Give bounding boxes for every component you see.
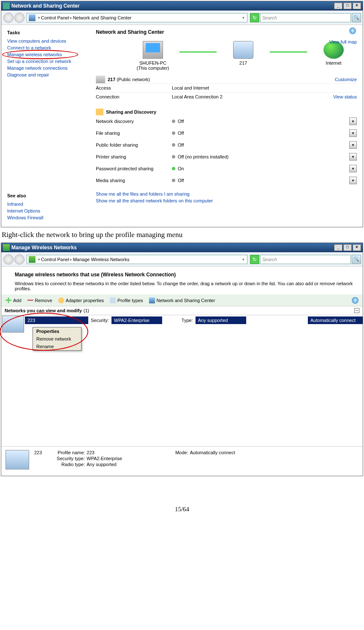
search-button[interactable]: 🔍	[352, 13, 361, 22]
see-also-infrared[interactable]: Infrared	[7, 202, 88, 207]
access-label: Access	[96, 85, 172, 90]
remove-button[interactable]: Remove	[27, 297, 52, 303]
task-manage-wireless[interactable]: Manage wireless networks	[7, 52, 88, 57]
collapse-button[interactable]: −	[354, 308, 359, 313]
detail-name: 223	[34, 450, 42, 455]
breadcrumb-leaf[interactable]: Network and Sharing Center	[73, 15, 132, 20]
task-setup-connection[interactable]: Set up a connection or network	[7, 59, 88, 64]
titlebar[interactable]: Network and Sharing Center _ □ ×	[1, 1, 363, 11]
see-also-internet-options[interactable]: Internet Options	[7, 208, 88, 213]
add-button[interactable]: Add	[5, 297, 22, 303]
network-row[interactable]: 223 Security: WPA2-Enterprise Type: Any …	[1, 315, 363, 325]
titlebar[interactable]: Manage Wireless Networks _ □ ×	[1, 243, 363, 252]
computer-icon	[143, 41, 163, 59]
see-also-header: See also	[7, 193, 88, 198]
breadcrumb-root[interactable]: Control Panel	[41, 257, 69, 262]
expand-button[interactable]: ▼	[349, 165, 357, 172]
view-full-map-link[interactable]: View full map	[329, 39, 357, 44]
window-title: Manage Wireless Networks	[11, 245, 77, 251]
refresh-button[interactable]: ↻	[250, 13, 259, 22]
expand-button[interactable]: ▼	[349, 117, 357, 125]
breadcrumb-leaf[interactable]: Manage Wireless Networks	[73, 257, 130, 262]
sharing-label: Network discovery	[96, 119, 172, 124]
sharing-row: Printer sharingOff (no printers installe…	[96, 151, 357, 163]
sharing-header: Sharing and Discovery	[96, 109, 357, 115]
connection-line	[179, 51, 217, 53]
sharing-row: File sharingOff▼	[96, 127, 357, 139]
status-dot-icon	[172, 131, 175, 135]
task-view-computers[interactable]: View computers and devices	[7, 38, 88, 44]
breadcrumb-icon	[29, 256, 35, 263]
window-title: Network and Sharing Center	[11, 3, 79, 9]
maximize-button[interactable]: □	[343, 3, 352, 9]
command-toolbar: Add Remove Adapter properties Profile ty…	[1, 295, 363, 306]
show-shared-folders-link[interactable]: Show me all the shared network folders o…	[96, 198, 357, 203]
context-remove-network[interactable]: Remove network	[33, 335, 81, 343]
network-center-button[interactable]: Network and Sharing Center	[149, 297, 215, 303]
close-button[interactable]: ×	[353, 3, 361, 9]
nav-toolbar: ▾ Control Panel ▸ Network and Sharing Ce…	[1, 11, 363, 25]
context-properties[interactable]: Properties	[33, 327, 81, 335]
map-node-internet: Internet	[310, 41, 357, 65]
breadcrumb[interactable]: ▾ Control Panel ▸ Manage Wireless Networ…	[27, 255, 247, 264]
refresh-button[interactable]: ↻	[250, 255, 259, 264]
help-icon[interactable]: ?	[352, 297, 359, 304]
sharing-value: Off	[178, 131, 349, 136]
back-button[interactable]	[3, 254, 14, 265]
sharing-value: On	[178, 166, 349, 171]
breadcrumb-icon	[29, 14, 35, 21]
main-panel: Network and Sharing Center View full map…	[94, 25, 363, 227]
sharing-value: Off	[178, 142, 349, 147]
context-rename[interactable]: Rename	[33, 343, 81, 350]
view-status-link[interactable]: View status	[333, 94, 357, 99]
breadcrumb-root[interactable]: Control Panel	[41, 15, 69, 20]
show-shared-files-link[interactable]: Show me all the files and folders I am s…	[96, 191, 357, 196]
minimize-button[interactable]: _	[334, 3, 342, 9]
type-value: Any supported	[196, 316, 246, 324]
details-pane: 223 Profile name:223 Mode:Automatically …	[1, 446, 363, 476]
maximize-button[interactable]: □	[343, 244, 352, 251]
wifi-network-icon	[2, 316, 24, 333]
sharing-label: File sharing	[96, 131, 172, 136]
sharing-value: Off	[178, 178, 349, 183]
search-button[interactable]: 🔍	[352, 255, 361, 264]
security-value: WPA2-Enterprise	[111, 316, 162, 324]
nav-toolbar: ▾ Control Panel ▸ Manage Wireless Networ…	[1, 252, 363, 267]
profile-types-button[interactable]: Profile types	[110, 297, 143, 303]
close-button[interactable]: ×	[353, 244, 361, 251]
help-icon[interactable]: ?	[349, 27, 356, 34]
map-node-pc: SHUFEN-PC (This computer)	[130, 41, 176, 71]
back-button[interactable]	[3, 13, 14, 23]
sharing-row: Public folder sharingOff▼	[96, 139, 357, 151]
map-node-gateway: 217	[220, 41, 266, 65]
security-label: Security:	[88, 317, 111, 324]
task-connect-network[interactable]: Connect to a network	[7, 45, 88, 50]
expand-button[interactable]: ▼	[349, 177, 357, 184]
search-input[interactable]: Search	[260, 255, 351, 264]
customize-link[interactable]: Customize	[335, 77, 357, 82]
minimize-button[interactable]: _	[334, 244, 342, 251]
adapter-properties-button[interactable]: Adapter properties	[58, 297, 104, 303]
status-dot-icon	[172, 167, 175, 170]
breadcrumb[interactable]: ▾ Control Panel ▸ Network and Sharing Ce…	[27, 13, 247, 22]
sharing-label: Password protected sharing	[96, 166, 172, 171]
expand-button[interactable]: ▼	[349, 129, 357, 137]
forward-button[interactable]	[14, 254, 24, 265]
task-diagnose-repair[interactable]: Diagnose and repair	[7, 72, 88, 77]
sharing-value: Off (no printers installed)	[178, 154, 349, 159]
type-label: Type:	[179, 317, 196, 324]
context-menu: Properties Remove network Rename	[33, 327, 81, 351]
search-input[interactable]: Search	[260, 13, 351, 22]
list-header[interactable]: Networks you can view and modify (1) −	[1, 306, 363, 315]
profile-icon	[110, 297, 116, 303]
sidebar: Tasks View computers and devices Connect…	[1, 25, 94, 227]
expand-button[interactable]: ▼	[349, 153, 357, 161]
instruction-caption: Right-click the network to bring up the …	[2, 231, 362, 239]
expand-button[interactable]: ▼	[349, 141, 357, 149]
forward-button[interactable]	[14, 13, 24, 23]
add-icon	[5, 297, 11, 303]
sharing-row: Media sharingOff▼	[96, 175, 357, 186]
task-manage-connections[interactable]: Manage network connections	[7, 65, 88, 71]
see-also-firewall[interactable]: Windows Firewall	[7, 215, 88, 220]
sharing-row: Network discoveryOff▼	[96, 115, 357, 127]
